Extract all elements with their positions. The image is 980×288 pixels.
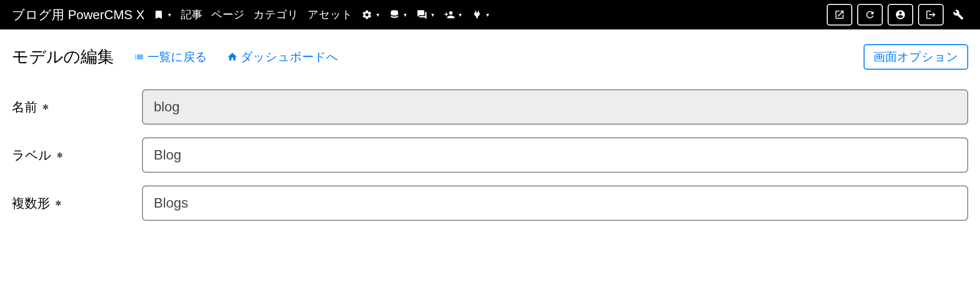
navbar: ブログ用 PowerCMS X ▼ 記事 ページ カテゴリ アセット ▼ ▼ ▼…: [0, 0, 980, 29]
page-title: モデルの編集: [12, 46, 114, 68]
caret-down-icon: ▼: [403, 12, 408, 18]
form-row-plural: 複数形 ✱: [12, 185, 968, 221]
to-dashboard-link[interactable]: ダッシュボードへ: [227, 49, 338, 65]
page-header-left: モデルの編集 一覧に戻る ダッシュボードへ: [12, 46, 338, 68]
bookmark-icon: [153, 9, 164, 20]
caret-down-icon: ▼: [485, 12, 490, 18]
bookmark-dropdown[interactable]: ▼: [153, 9, 172, 20]
external-link-button[interactable]: [827, 4, 852, 26]
page-header: モデルの編集 一覧に戻る ダッシュボードへ 画面オプション: [12, 44, 968, 70]
plugin-dropdown[interactable]: ▼: [472, 9, 490, 20]
form-row-name: 名前 ✱: [12, 89, 968, 125]
nav-item-assets[interactable]: アセット: [308, 7, 353, 22]
brand-title[interactable]: ブログ用 PowerCMS X: [12, 6, 144, 24]
form-label-name: 名前 ✱: [12, 99, 142, 116]
wrench-icon: [953, 9, 964, 20]
required-icon: ✱: [55, 199, 61, 208]
nav-item-articles[interactable]: 記事: [181, 7, 202, 22]
database-dropdown[interactable]: ▼: [389, 9, 408, 20]
caret-down-icon: ▼: [167, 12, 172, 18]
user-circle-icon: [895, 9, 906, 20]
label-name-text: 名前: [12, 99, 37, 116]
navbar-left: ブログ用 PowerCMS X ▼ 記事 ページ カテゴリ アセット ▼ ▼ ▼…: [12, 6, 490, 24]
sign-out-icon: [925, 9, 936, 20]
form-label-label: ラベル ✱: [12, 147, 142, 164]
list-icon: [134, 52, 144, 62]
home-icon: [227, 52, 238, 62]
nav-item-pages[interactable]: ページ: [211, 7, 245, 22]
caret-down-icon: ▼: [430, 12, 435, 18]
back-to-list-label: 一覧に戻る: [147, 49, 207, 65]
label-input[interactable]: [142, 137, 968, 173]
user-plus-icon: [444, 9, 455, 20]
database-icon: [389, 9, 400, 20]
comments-icon: [417, 9, 427, 20]
label-label-text: ラベル: [12, 147, 52, 164]
plural-input[interactable]: [142, 185, 968, 221]
required-icon: ✱: [42, 103, 49, 112]
plug-icon: [472, 9, 482, 20]
navbar-right: [827, 4, 968, 26]
external-link-icon: [834, 9, 845, 20]
back-to-list-link[interactable]: 一覧に戻る: [134, 49, 207, 65]
logout-button[interactable]: [918, 4, 944, 26]
content: モデルの編集 一覧に戻る ダッシュボードへ 画面オプション 名前 ✱ ラベル ✱…: [0, 29, 980, 248]
user-add-dropdown[interactable]: ▼: [444, 9, 463, 20]
caret-down-icon: ▼: [375, 12, 380, 18]
settings-dropdown[interactable]: ▼: [362, 9, 380, 20]
gear-icon: [362, 9, 372, 20]
user-profile-button[interactable]: [888, 4, 913, 26]
form-row-label: ラベル ✱: [12, 137, 968, 173]
form-label-plural: 複数形 ✱: [12, 195, 142, 212]
required-icon: ✱: [56, 151, 63, 160]
screen-options-button[interactable]: 画面オプション: [864, 44, 968, 70]
refresh-button[interactable]: [857, 4, 883, 26]
caret-down-icon: ▼: [458, 12, 463, 18]
label-plural-text: 複数形: [12, 195, 50, 212]
refresh-icon: [865, 9, 875, 20]
to-dashboard-label: ダッシュボードへ: [241, 49, 338, 65]
name-input[interactable]: [142, 89, 968, 125]
nav-item-categories[interactable]: カテゴリ: [253, 7, 299, 22]
tools-button[interactable]: [949, 4, 968, 26]
comments-dropdown[interactable]: ▼: [417, 9, 435, 20]
